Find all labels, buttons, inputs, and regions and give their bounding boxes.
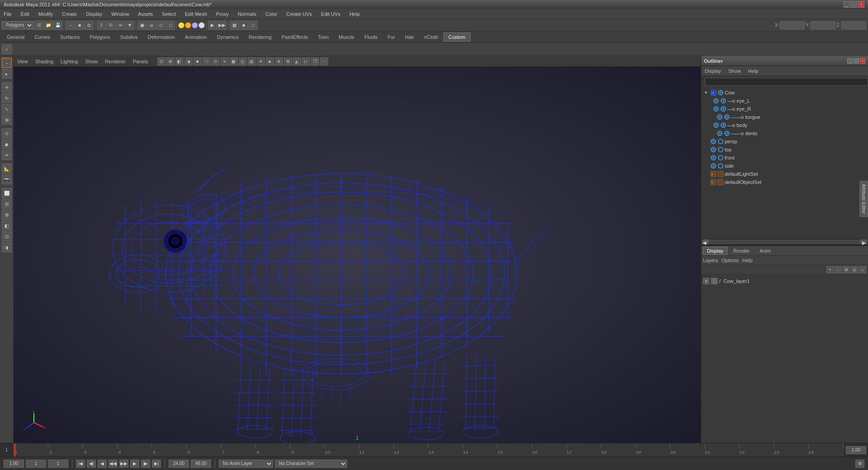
vp-icon-1[interactable]: ⊡ — [157, 57, 165, 66]
outliner-scroll-left[interactable]: ◀ — [702, 240, 708, 244]
z-field[interactable] — [841, 21, 866, 29]
vp-icon-12[interactable]: ✕ — [257, 57, 265, 66]
vp-icon-17[interactable]: ▷ — [302, 57, 310, 66]
outliner-minimize-button[interactable]: _ — [847, 58, 853, 64]
menu-modify[interactable]: Modify — [37, 10, 55, 18]
character-set-dropdown[interactable]: No Character Set — [275, 460, 347, 468]
layer-new-button[interactable]: + — [826, 266, 834, 273]
tab-custom[interactable]: Custom — [443, 33, 471, 42]
outliner-maximize-button[interactable]: □ — [854, 58, 859, 64]
tab-subdivs[interactable]: Subdivs — [115, 33, 143, 42]
vp-icon-19[interactable]: ⋯ — [320, 57, 328, 66]
outliner-scroll-right[interactable]: ▶ — [861, 240, 867, 244]
menu-file[interactable]: File — [2, 10, 14, 18]
close-button[interactable]: × — [858, 1, 864, 8]
new-scene-button[interactable]: ☵ — [34, 21, 43, 30]
menu-help[interactable]: Help — [348, 10, 362, 18]
minimize-button[interactable]: _ — [844, 1, 850, 8]
outliner-search-input[interactable] — [705, 78, 868, 86]
menu-normals[interactable]: Normals — [236, 10, 258, 18]
tab-ncloth[interactable]: nCloth — [419, 33, 443, 42]
paint-button[interactable]: ✏ — [2, 150, 12, 160]
vp-icon-13[interactable]: ◈ — [266, 57, 274, 66]
mode-dropdown[interactable]: Polygons Objects Joints — [2, 21, 33, 29]
menu-assets[interactable]: Assets — [136, 10, 155, 18]
menu-proxy[interactable]: Proxy — [214, 10, 231, 18]
wireframe-button[interactable]: ⊡ — [2, 231, 12, 241]
display-options-button[interactable]: ⊟ — [2, 199, 12, 209]
lasso-select-button[interactable]: ▸ — [2, 69, 12, 79]
outliner-close-button[interactable]: × — [860, 58, 865, 64]
snap-grid-button[interactable]: ▣ — [137, 21, 146, 30]
layer-delete-button[interactable]: - — [835, 266, 842, 273]
camera-button[interactable]: 📷 — [2, 174, 12, 184]
anim-start-range[interactable] — [169, 460, 189, 468]
outliner-item-cow[interactable]: ▼ M Cow — [702, 89, 867, 97]
vp-menu-lighting[interactable]: Lighting — [59, 58, 80, 65]
layer-ref-button[interactable]: ⌂ — [859, 266, 866, 273]
tab-deformation[interactable]: Deformation — [143, 33, 180, 42]
play-forward-button[interactable]: ▶▶ — [119, 460, 128, 468]
tab-fluids[interactable]: Fluids — [359, 33, 382, 42]
timeline-ruler[interactable]: 1 2 3 4 5 6 7 8 9 10 11 12 13 14 15 16 1… — [14, 443, 844, 456]
tab-polygons[interactable]: Polygons — [85, 33, 115, 42]
outliner-item-default-light-set[interactable]: S defaultLightSet — [702, 170, 867, 178]
menu-create-uvs[interactable]: Create UVs — [284, 10, 314, 18]
vp-icon-5[interactable]: ■ — [193, 57, 202, 66]
layer-render-button[interactable]: ◎ — [851, 266, 858, 273]
x-field[interactable] — [780, 21, 805, 29]
select-mode-button[interactable]: → — [2, 58, 12, 68]
light-sphere-3[interactable] — [192, 22, 198, 28]
menu-edit-mesh[interactable]: Edit Mesh — [183, 10, 209, 18]
vp-icon-8[interactable]: ≡ — [221, 57, 229, 66]
soft-select-button[interactable]: ◉ — [2, 139, 12, 149]
layer-name-cow[interactable]: / Cow_layer1 — [719, 278, 750, 284]
tab-fur[interactable]: Fur — [382, 33, 400, 42]
tab-rendering[interactable]: Rendering — [244, 33, 277, 42]
next-frame-button[interactable]: ▶ — [130, 460, 139, 468]
layer-tab-anim[interactable]: Anim — [755, 247, 775, 255]
play-back-button[interactable]: ◀◀ — [108, 460, 118, 468]
shelf-home-icon[interactable]: ⌂ — [2, 44, 12, 54]
outliner-item-eyeleft[interactable]: —o eye_L — [702, 97, 867, 105]
menu-edit[interactable]: Edit — [19, 10, 31, 18]
menu-display[interactable]: Display — [84, 10, 104, 18]
vp-icon-11[interactable]: ▤ — [248, 57, 256, 66]
open-scene-button[interactable]: 📁 — [44, 21, 53, 30]
save-scene-button[interactable]: 💾 — [53, 21, 62, 30]
prev-frame-button[interactable]: ◀ — [98, 460, 107, 468]
ipr-button[interactable]: ▶▶ — [217, 21, 226, 30]
vp-icon-6[interactable]: □ — [203, 57, 211, 66]
anim-end-field[interactable] — [846, 446, 866, 454]
go-start-button[interactable]: |◀ — [76, 460, 85, 468]
current-frame-input[interactable]: 1 — [26, 460, 46, 468]
scale-tool-left-button[interactable]: ⤡ — [2, 104, 12, 114]
outliner-item-dents[interactable]: ——o dents — [702, 129, 867, 137]
menu-color[interactable]: Color — [264, 10, 279, 18]
light-sphere-2[interactable] — [185, 22, 191, 28]
vp-icon-10[interactable]: ◫ — [239, 57, 247, 66]
layer-tab-render[interactable]: Render — [729, 247, 754, 255]
tab-curves[interactable]: Curves — [29, 33, 55, 42]
playback-settings-button[interactable]: ⚙ — [855, 460, 864, 468]
layer-menu-layers[interactable]: Layers — [703, 258, 718, 263]
layer-tab-display[interactable]: Display — [703, 247, 727, 255]
vp-icon-4[interactable]: ◑ — [184, 57, 193, 66]
outliner-item-default-object-set[interactable]: S defaultObjectSet — [702, 178, 867, 186]
layer-menu-options[interactable]: Options — [722, 258, 739, 263]
light-sphere-4[interactable] — [198, 22, 205, 28]
render-region-button[interactable]: ⬜ — [2, 188, 12, 198]
vp-icon-16[interactable]: ◭ — [293, 57, 301, 66]
vp-menu-show[interactable]: Show — [84, 58, 100, 65]
tab-general[interactable]: General — [2, 33, 29, 42]
grid-button[interactable]: ⊞ — [2, 210, 12, 220]
outliner-item-tongue[interactable]: ——o tongue — [702, 113, 867, 121]
end-frame-input[interactable]: 1.00 — [48, 460, 68, 468]
layer-options-button[interactable]: ⚙ — [843, 266, 850, 273]
next-key-button[interactable]: |▶ — [141, 460, 150, 468]
vp-icon-7[interactable]: ⊙ — [212, 57, 220, 66]
snap-curve-button[interactable]: ⚌ — [147, 21, 156, 30]
anim-end-range[interactable] — [191, 460, 211, 468]
tab-muscle[interactable]: Muscle — [334, 33, 359, 42]
scale-tool-button[interactable]: ⇸ — [116, 21, 125, 30]
